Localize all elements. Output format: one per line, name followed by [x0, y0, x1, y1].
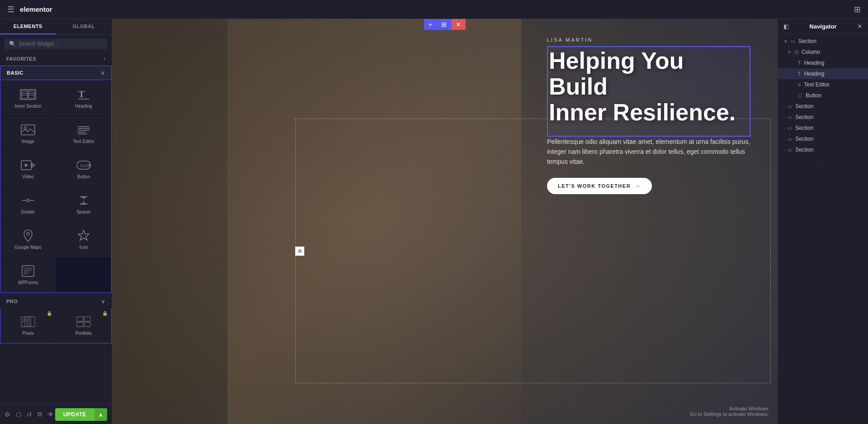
add-section-button[interactable]: + [424, 19, 437, 30]
nav-item-button[interactable]: ⬡ Button [778, 90, 868, 101]
delete-section-button[interactable]: ✕ [451, 19, 466, 30]
layers-icon[interactable]: ⬡ [16, 411, 21, 418]
nav-section-icon-2: ▭ [788, 104, 792, 110]
widget-image[interactable]: Image [0, 116, 56, 151]
widget-icon[interactable]: Icon [56, 222, 111, 257]
video-label: Video [22, 174, 33, 179]
history-icon[interactable]: ↺ [27, 411, 32, 418]
pro-section-label: PRO [6, 299, 18, 304]
nav-heading-2-label: Heading [804, 71, 825, 77]
hamburger-icon[interactable]: ☰ [7, 5, 14, 14]
nav-section-icon: ▭ [791, 38, 795, 44]
heading-block[interactable]: Helping You Build Inner Resilience. [547, 46, 750, 137]
search-box: 🔍 [5, 38, 107, 49]
divider-icon [20, 194, 36, 207]
widget-video[interactable]: Video [0, 152, 56, 186]
nav-heading-icon-1: T [798, 60, 801, 66]
svg-rect-34 [22, 266, 34, 276]
inner-section-icon [20, 88, 36, 101]
heading-label: Heading [75, 104, 92, 109]
canvas-area: + ⊞ ✕ ⊞ LISA MARTIN Helping You Build In… [112, 19, 778, 424]
image-icon [20, 124, 36, 136]
widget-text-editor[interactable]: Text Editor [56, 116, 111, 151]
cta-button[interactable]: LET'S WORK TOGETHER → [547, 178, 652, 194]
main-heading: Helping You Build Inner Resilience. [549, 48, 749, 126]
widget-wpforms[interactable]: WPForms [0, 257, 56, 292]
navigator-dots: ... [778, 155, 868, 165]
favorites-row[interactable]: FAVORITES › [0, 53, 112, 65]
preview-icon[interactable]: 👁 [47, 411, 54, 418]
text-editor-icon [75, 124, 92, 136]
nav-section-4-label: Section [795, 125, 813, 131]
navigator-close-button[interactable]: ✕ [857, 23, 863, 30]
nav-section-2-label: Section [795, 103, 813, 110]
tab-elements[interactable]: ELEMENTS [0, 19, 56, 34]
nav-heading-1-label: Heading [804, 60, 825, 66]
settings-icon[interactable]: ⚙ [5, 411, 10, 418]
video-icon [20, 159, 36, 172]
update-arrow-button[interactable]: ▲ [94, 408, 107, 421]
navigator-title: Navigator [789, 23, 857, 30]
portfolio-label: Portfolio [75, 331, 92, 336]
pro-chevron-icon: ∨ [101, 298, 105, 305]
svg-rect-2 [28, 91, 34, 98]
top-bar-right: ⊞ [854, 5, 861, 14]
svg-text:T: T [78, 88, 85, 100]
posts-icon [20, 315, 36, 328]
left-panel-scroll: FAVORITES › BASIC ∨ [0, 53, 112, 404]
nav-item-text-editor[interactable]: ≡ Text Editor [778, 79, 868, 90]
widget-portfolio[interactable]: 🔒 Portfolio [56, 308, 111, 343]
posts-lock-icon: 🔒 [47, 311, 52, 316]
search-input[interactable] [19, 41, 103, 47]
section-handle[interactable]: ⊞ [295, 247, 304, 256]
nav-item-column-1[interactable]: ▼ ⊡ Column [778, 47, 868, 57]
nav-item-section-1[interactable]: ▼ ▭ Section [778, 36, 868, 47]
svg-rect-46 [84, 317, 90, 321]
widget-divider[interactable]: Divider [0, 187, 56, 222]
widget-button[interactable]: CLICK Button [56, 152, 111, 186]
cta-button-label: LET'S WORK TOGETHER [558, 183, 631, 189]
widget-google-maps[interactable]: Google Maps [0, 222, 56, 257]
nav-item-heading-2[interactable]: T Heading [778, 68, 868, 79]
svg-rect-40 [25, 317, 31, 327]
widget-heading[interactable]: T Heading [56, 81, 111, 116]
heading-icon: T [75, 88, 92, 101]
basic-chevron-icon: ∨ [101, 70, 105, 76]
svg-rect-1 [22, 91, 28, 98]
button-label: Button [77, 174, 90, 179]
apps-grid-icon[interactable]: ⊞ [854, 5, 861, 14]
search-icon: 🔍 [9, 41, 16, 47]
person-name-label: LISA MARTIN [547, 37, 750, 43]
update-button[interactable]: UPDATE [55, 408, 94, 421]
favorites-chevron-icon: › [104, 56, 105, 62]
nav-section-5-label: Section [795, 136, 813, 142]
widget-inner-section[interactable]: Inner Section [0, 81, 56, 116]
move-section-button[interactable]: ⊞ [437, 19, 451, 30]
nav-item-section-5[interactable]: › ▭ Section [778, 133, 868, 144]
nav-item-heading-1[interactable]: T Heading [778, 57, 868, 68]
svg-point-23 [27, 200, 29, 202]
nav-section-icon-4: ▭ [788, 125, 792, 131]
basic-section-header[interactable]: BASIC ∨ [0, 66, 112, 80]
nav-arrow-icon: ▼ [783, 39, 788, 44]
nav-button-icon: ⬡ [798, 93, 802, 99]
nav-button-label: Button [806, 92, 821, 99]
svg-marker-33 [78, 230, 89, 240]
responsive-icon[interactable]: ⧉ [38, 410, 42, 418]
svg-marker-17 [32, 163, 35, 167]
tab-global[interactable]: GLOBAL [56, 19, 112, 34]
nav-section-icon-6: ▭ [788, 147, 792, 153]
nav-item-section-3[interactable]: › ▭ Section [778, 112, 868, 123]
favorites-label: FAVORITES [6, 56, 36, 62]
widget-spacer[interactable]: Spacer [56, 187, 111, 222]
nav-item-section-6[interactable]: › ▭ Section [778, 144, 868, 155]
nav-item-section-4[interactable]: › ▭ Section [778, 123, 868, 133]
icon-label: Icon [80, 245, 88, 250]
widget-posts[interactable]: 🔒 Posts [0, 308, 56, 343]
right-panel: ◧ Navigator ✕ ▼ ▭ Section ▼ ⊡ Column T H… [778, 19, 868, 424]
nav-item-section-2[interactable]: › ▭ Section [778, 101, 868, 112]
image-label: Image [22, 139, 34, 144]
pro-section-header[interactable]: PRO ∨ [0, 295, 112, 308]
pro-widgets-grid: 🔒 Posts 🔒 [0, 308, 112, 343]
nav-arrow-icon-5: › [783, 137, 785, 142]
